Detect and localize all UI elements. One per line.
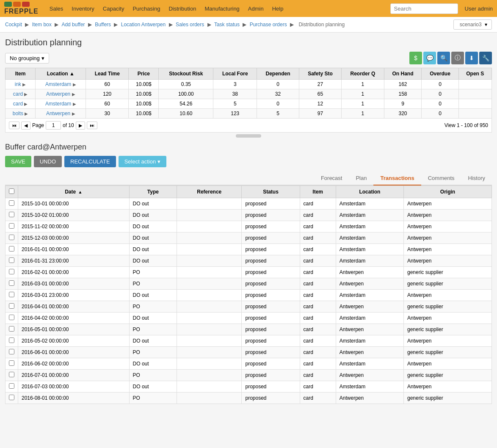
tab-plan[interactable]: Plan — [349, 171, 373, 185]
cell-status: proposed — [242, 381, 300, 393]
cell-dependen: 0 — [257, 99, 299, 109]
breadcrumb: Cockpit ▶ Item box ▶ Add buffer ▶ Buffer… — [5, 22, 346, 28]
breadcrumb-add-buffer[interactable]: Add buffer — [61, 22, 85, 28]
first-page-btn[interactable]: ⏮ — [9, 122, 19, 129]
chat-icon-button[interactable]: 💬 — [423, 52, 436, 64]
cell-item: card — [300, 244, 336, 255]
location-link[interactable]: Amsterdam — [45, 81, 71, 87]
breadcrumb-buffers[interactable]: Buffers — [95, 22, 111, 28]
top-navigation: FREPPLE Sales Inventory Capacity Purchas… — [0, 0, 497, 17]
row-checkbox[interactable] — [9, 395, 14, 400]
row-checkbox[interactable] — [9, 292, 14, 297]
nav-purchasing[interactable]: Purchasing — [128, 3, 164, 14]
next-page-btn[interactable]: ▶ — [76, 122, 85, 130]
prev-page-btn[interactable]: ◀ — [21, 122, 30, 130]
row-checkbox[interactable] — [9, 303, 14, 309]
cell-type: DO out — [129, 255, 177, 267]
grouping-button[interactable]: No grouping ▾ — [5, 53, 49, 64]
cell-status: proposed — [242, 301, 300, 312]
undo-button[interactable]: UNDO — [34, 156, 62, 167]
user-admin-label: User admin — [465, 6, 493, 12]
settings-icon-button[interactable]: 🔧 — [479, 52, 492, 64]
page-input[interactable] — [46, 121, 61, 130]
row-checkbox[interactable] — [9, 337, 14, 343]
logo[interactable]: FREPPLE — [4, 2, 39, 15]
breadcrumb-task-status[interactable]: Task status — [214, 22, 240, 28]
cell-price: 10.00$ — [129, 80, 159, 89]
cell-origin: Antwerpen — [403, 255, 491, 267]
search-icon-button[interactable]: 🔍 — [437, 52, 450, 64]
breadcrumb-bar: Cockpit ▶ Item box ▶ Add buffer ▶ Buffer… — [0, 17, 497, 33]
nav-admin[interactable]: Admin — [244, 3, 268, 14]
breadcrumb-item-box[interactable]: Item box — [32, 22, 52, 28]
dollar-icon-button[interactable]: $ — [409, 52, 422, 64]
breadcrumb-purchase-orders[interactable]: Purchase orders — [250, 22, 287, 28]
row-checkbox-cell — [6, 278, 18, 290]
nav-help[interactable]: Help — [268, 3, 288, 14]
cell-location: Antwerpen — [336, 278, 403, 290]
cell-type: DO out — [129, 290, 177, 301]
cell-overdue: 0 — [422, 80, 458, 89]
cell-reference — [177, 335, 242, 347]
row-checkbox[interactable] — [9, 360, 14, 366]
nav-manufacturing[interactable]: Manufacturing — [200, 3, 243, 14]
location-link[interactable]: Amsterdam — [45, 101, 71, 107]
drag-handle[interactable] — [236, 134, 261, 138]
item-link[interactable]: ink — [15, 81, 21, 87]
nav-inventory[interactable]: Inventory — [67, 3, 98, 14]
scenario-button[interactable]: scenario3 ▾ — [453, 19, 492, 30]
row-checkbox[interactable] — [9, 280, 14, 286]
select-all-checkbox[interactable] — [9, 188, 14, 194]
breadcrumb-location-antwerpen[interactable]: Location Antwerpen — [121, 22, 166, 28]
cell-reference — [177, 301, 242, 312]
row-checkbox[interactable] — [9, 315, 14, 320]
breadcrumb-sep-4: ▶ — [114, 22, 119, 28]
nav-capacity[interactable]: Capacity — [99, 3, 129, 14]
cell-lead-time: 60 — [86, 99, 129, 109]
item-link[interactable]: bolts — [13, 111, 23, 116]
row-checkbox[interactable] — [9, 246, 14, 252]
item-link[interactable]: card — [13, 101, 23, 107]
nav-sales[interactable]: Sales — [45, 3, 68, 14]
row-checkbox[interactable] — [9, 257, 14, 263]
cell-date: 2016-06-02 00:00:00 — [18, 358, 130, 370]
row-checkbox[interactable] — [9, 223, 14, 229]
breadcrumb-sales-orders[interactable]: Sales orders — [176, 22, 204, 28]
tab-forecast[interactable]: Forecast — [314, 171, 349, 185]
row-checkbox[interactable] — [9, 372, 14, 377]
cell-on-hand: 162 — [384, 80, 422, 89]
row-checkbox-cell — [6, 232, 18, 244]
cell-location: Antwerpen — [336, 370, 403, 381]
location-link[interactable]: Antwerpen — [46, 91, 70, 97]
location-link[interactable]: Antwerpen — [46, 111, 70, 116]
tab-history[interactable]: History — [461, 171, 492, 185]
save-button[interactable]: SAVE — [5, 156, 31, 167]
cell-location: Antwerpen ▶ — [36, 109, 86, 119]
cell-reorder-q: 1 — [342, 109, 384, 119]
info-icon-button[interactable]: ⓘ — [451, 52, 464, 64]
row-checkbox[interactable] — [9, 326, 14, 332]
row-checkbox[interactable] — [9, 269, 14, 274]
cell-local-fore: 3 — [213, 80, 257, 89]
col-checkbox — [6, 186, 18, 198]
row-checkbox-cell — [6, 244, 18, 255]
row-checkbox[interactable] — [9, 349, 14, 354]
item-link[interactable]: card — [13, 91, 23, 97]
row-checkbox[interactable] — [9, 200, 14, 206]
select-action-button[interactable]: Select action ▾ — [119, 156, 166, 167]
last-page-btn[interactable]: ⏭ — [87, 122, 97, 129]
search-input[interactable] — [390, 3, 458, 14]
row-checkbox[interactable] — [9, 383, 14, 389]
download-icon-button[interactable]: ⬇ — [465, 52, 478, 64]
row-checkbox[interactable] — [9, 235, 14, 240]
recalculate-button[interactable]: RECALCULATE — [64, 156, 116, 167]
cell-reference — [177, 370, 242, 381]
cell-date: 2016-04-02 00:00:00 — [18, 312, 130, 324]
row-checkbox[interactable] — [9, 212, 14, 217]
breadcrumb-cockpit[interactable]: Cockpit — [5, 22, 22, 28]
tab-transactions[interactable]: Transactions — [373, 171, 421, 185]
tab-comments[interactable]: Comments — [421, 171, 461, 185]
table-row: 2016-04-02 00:00:00 DO out proposed card… — [6, 312, 492, 324]
nav-distribution[interactable]: Distribution — [164, 3, 200, 14]
row-checkbox-cell — [6, 312, 18, 324]
